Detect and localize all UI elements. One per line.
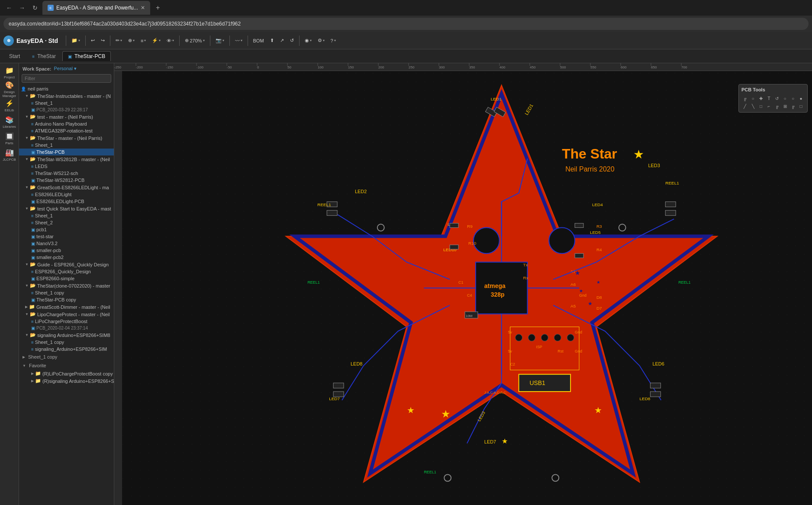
toolbar-export-btn[interactable]: ⬆ [267, 36, 277, 45]
pcb-tool-btn-13[interactable]: ╔ [773, 103, 780, 110]
pcb-canvas[interactable]: atmega 328p The Star Neil Parris 2020 ★ … [122, 71, 812, 505]
toolbar-route-btn[interactable]: ⚡ ▾ [149, 36, 163, 45]
tree-item-test-folder[interactable]: ▼ 📂 test - master - (Neil Parris) [19, 113, 114, 120]
sidebar-icon-parts[interactable]: 🔲 Parts [2, 131, 17, 146]
toolbar-draw-btn[interactable]: ✏ ▾ [113, 36, 125, 45]
tree-item-signaling-file[interactable]: ≡ signaling_Arduino+ESP8266+SIM [19, 346, 114, 353]
collapse-arrow-3[interactable]: ▼ [25, 136, 29, 140]
tab-thestar-pcb[interactable]: ▣ TheStar-PCB [62, 51, 111, 61]
workspace-select[interactable]: Personal ▾ [54, 66, 76, 71]
filter-input[interactable] [22, 74, 111, 83]
tree-item-arduino-nano[interactable]: ≡ Arduino Nano Playboard [19, 120, 114, 127]
tree-item-es8266[interactable]: ≡ ES8266LEDLight [19, 191, 114, 198]
collapse-arrow-4[interactable]: ▼ [25, 157, 29, 161]
tree-item-pcb-2020b[interactable]: ▣ PCB_2020-02-04 23:37:14 [19, 325, 114, 331]
tree-item-r-signaling[interactable]: ▶ 📁 (R)signaling Arduino+ESP8266+SI [19, 377, 114, 385]
tree-item-sheet1-instructables[interactable]: ≡ Sheet_1 [19, 100, 114, 107]
tree-scroll[interactable]: 👤 neil parris ▼ 📂 TheStar-Instructables … [19, 85, 114, 505]
url-input[interactable] [3, 18, 809, 30]
toolbar-redo-btn[interactable]: ↪ [98, 36, 107, 45]
collapse-arrow-7[interactable]: ▼ [25, 262, 29, 266]
tab-close-btn[interactable]: ✕ [141, 5, 145, 11]
sidebar-icon-project[interactable]: 📁 Project [2, 65, 17, 81]
toolbar-bom-btn[interactable]: BOM [251, 37, 267, 45]
tree-item-test-star[interactable]: ▣ test-star [19, 233, 114, 240]
new-tab-btn[interactable]: + [152, 2, 164, 14]
toolbar-edit-btn[interactable]: ≡ ▾ [138, 37, 148, 45]
tree-item-ws2812b-folder[interactable]: ▼ 📂 TheStar-WS2812B - master - (Neil [19, 155, 114, 163]
tree-item-greatscott-folder[interactable]: ▼ 📂 GreatScott-ES8266LEDLight - ma [19, 184, 114, 191]
pcb-tool-btn-16[interactable]: □ [798, 103, 805, 110]
tree-item-lipo-folder[interactable]: ▼ 📂 LipoChargeProtect - master - (Neil [19, 311, 114, 318]
tree-item-signaling-folder[interactable]: ▼ 📂 signaling Arduino+ESP8266+SIM8 [19, 331, 114, 339]
pcb-tool-btn-5[interactable]: ↺ [773, 95, 780, 102]
toolbar-view-btn[interactable]: 👁 ▾ [164, 37, 177, 45]
collapse-arrow-9[interactable]: ▶ [25, 305, 28, 309]
pcb-tool-btn-1[interactable]: ╔ [741, 95, 748, 102]
tree-item-clone-folder[interactable]: ▼ 📂 TheStar(clone-07022020) - master [19, 282, 114, 289]
sidebar-icon-eelib[interactable]: ⚡ EELib [2, 98, 17, 113]
section-favorite[interactable]: ▼ Favorite [19, 361, 114, 370]
toolbar-layers-btn[interactable]: ◉ ▾ [302, 36, 314, 45]
collapse-arrow-1[interactable]: ▼ [25, 94, 29, 98]
toolbar-undo-btn[interactable]: ↩ [88, 36, 97, 45]
pcb-tool-btn-2[interactable]: ○ [750, 95, 757, 102]
tree-item-pcb1[interactable]: ▣ pcb1 [19, 226, 114, 233]
collapse-arrow-5[interactable]: ▼ [25, 185, 29, 189]
toolbar-zoom-btn[interactable]: ⊕ 270% ▾ [182, 36, 207, 45]
tree-item-pcb-2020[interactable]: ▣ PCB_2020-03-29 22:28:17 [19, 107, 114, 113]
pcb-tool-btn-3[interactable]: ✚ [757, 95, 764, 102]
section-joined[interactable]: ▶ Sheet_1 copy [19, 353, 114, 361]
tree-item-thestar-instructables[interactable]: ▼ 📂 TheStar-Instructables - master - (N [19, 92, 114, 100]
tree-item-thestar-pcb-copy[interactable]: ▣ TheStar-PCB copy [19, 296, 114, 303]
toolbar-settings-btn[interactable]: ⚙ ▾ [315, 36, 327, 45]
pcb-tool-btn-6[interactable]: ○ [782, 95, 789, 102]
collapse-arrow-11[interactable]: ▼ [25, 333, 29, 337]
pcb-tool-btn-4[interactable]: T [766, 95, 773, 102]
pcb-tool-btn-12[interactable]: ⌐ [766, 103, 773, 110]
browser-forward-btn[interactable]: → [16, 2, 28, 13]
collapse-arrow-joined[interactable]: ▶ [23, 355, 25, 359]
collapse-arrow-8[interactable]: ▼ [25, 284, 29, 288]
collapse-arrow-10[interactable]: ▼ [25, 312, 29, 316]
pcb-tool-btn-8[interactable]: ● [798, 95, 805, 102]
tree-item-sheet1-thestar[interactable]: ≡ Sheet_1 [19, 142, 114, 149]
pcb-tool-btn-11[interactable]: □ [757, 103, 764, 110]
sidebar-icon-design-manager[interactable]: 🎨 DesignManager [2, 81, 17, 97]
tree-item-leds[interactable]: ≡ LEDS [19, 163, 114, 170]
toolbar-history-btn[interactable]: ↺ [287, 36, 296, 45]
tab-start[interactable]: Start [3, 51, 26, 61]
tree-item-atmega[interactable]: ≡ ATMEGA328P-rotation-test [19, 127, 114, 134]
sidebar-icon-libraries[interactable]: 📚 Libraries [2, 114, 17, 130]
pcb-tool-btn-9[interactable]: ╱ [741, 103, 748, 110]
sidebar-icon-jlcpcb[interactable]: 🏭 JLCPCB [2, 147, 17, 163]
pcb-tool-btn-7[interactable]: ○ [789, 95, 796, 102]
tree-item-smaller-pcb2[interactable]: ▣ smaller-pcb2 [19, 254, 114, 261]
tree-item-qs-sheet2[interactable]: ≡ Sheet_2 [19, 219, 114, 226]
tree-item-thestar-folder[interactable]: ▼ 📂 TheStar - master - (Neil Parris) [19, 134, 114, 142]
tree-item-esp82660-simple[interactable]: ▣ ESP82660-simple [19, 275, 114, 282]
tree-item-sheet1-copy2[interactable]: ≡ Sheet_1 copy [19, 339, 114, 346]
toolbar-wire-btn[interactable]: 〰 ▾ [232, 37, 245, 45]
tree-item-dimmer-folder[interactable]: ▶ 📁 GreatScott-Dimmer - master - (Neil [19, 303, 114, 311]
pcb-tool-btn-15[interactable]: ╔ [789, 103, 796, 110]
browser-tab-easyeda[interactable]: E EasyEDA - A Simple and Powerfu... ✕ [42, 1, 150, 15]
tree-item-nanov3[interactable]: ▣ NanoV3.2 [19, 240, 114, 247]
canvas-area[interactable]: -250 -200 -150 -100 -50 0 50 100 [114, 63, 812, 505]
pcb-tool-btn-14[interactable]: ⊞ [782, 103, 789, 110]
collapse-arrow-favorite[interactable]: ▼ [23, 364, 26, 368]
tree-item-es8266-pcb[interactable]: ▣ ES8266LEDLight-PCB [19, 198, 114, 205]
browser-back-btn[interactable]: ← [3, 2, 15, 13]
tab-thestar[interactable]: ≡ TheStar [26, 51, 61, 61]
toolbar-share-btn[interactable]: ↗ [277, 36, 287, 45]
collapse-arrow-2[interactable]: ▼ [25, 115, 29, 119]
collapse-arrow-6[interactable]: ▼ [25, 207, 29, 210]
tree-item-guide-folder[interactable]: ▼ 📂 Guide - ESP8266_Quickly Design [19, 261, 114, 268]
tree-item-ws2812-pcb[interactable]: ▣ TheStar-WS2812-PCB [19, 177, 114, 184]
tree-item-quickstart-folder[interactable]: ▼ 📂 test Quick Start to EasyEDA - mast [19, 205, 114, 212]
tree-item-sheet1-copy[interactable]: ≡ Sheet_1 copy [19, 289, 114, 296]
tree-item-smaller-pcb[interactable]: ▣ smaller-pcb [19, 247, 114, 254]
tree-item-r-lipoboost[interactable]: ▶ 📁 (R)LiPoChargeProtectBoost copy - [19, 370, 114, 377]
toolbar-help-btn[interactable]: ? ▾ [328, 37, 338, 45]
browser-reload-btn[interactable]: ↻ [29, 2, 41, 13]
